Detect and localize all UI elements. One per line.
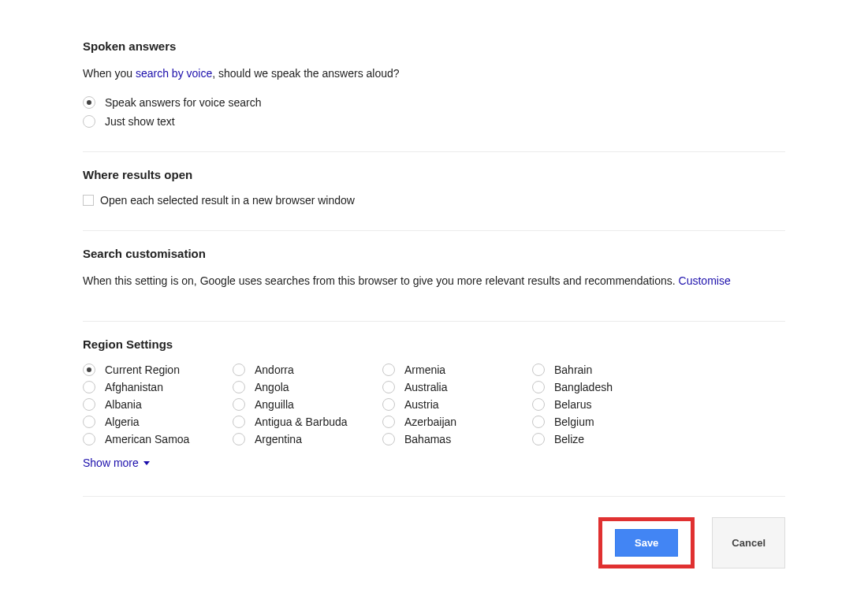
- region-label: Albania: [105, 398, 142, 411]
- region-option[interactable]: Austria: [382, 398, 532, 411]
- region-option[interactable]: Belarus: [532, 398, 682, 411]
- region-label: Belgium: [554, 416, 594, 428]
- region-label: Angola: [255, 381, 289, 393]
- desc-pre-text: When you: [83, 67, 136, 80]
- radio-icon: [83, 433, 95, 445]
- region-option[interactable]: Azerbaijan: [382, 416, 532, 428]
- region-label: Algeria: [105, 416, 140, 428]
- radio-icon: [233, 416, 245, 428]
- region-option[interactable]: Angola: [233, 381, 382, 393]
- search-by-voice-link[interactable]: search by voice: [136, 67, 212, 80]
- radio-icon: [532, 381, 545, 393]
- radio-label: Just show text: [105, 115, 175, 128]
- region-settings-title: Region Settings: [83, 330, 785, 351]
- spoken-answers-desc: When you search by voice, should we spea…: [83, 65, 785, 82]
- region-option[interactable]: Bahamas: [382, 433, 532, 445]
- checkbox-icon: [83, 195, 94, 206]
- radio-icon: [83, 381, 95, 393]
- region-option[interactable]: Andorra: [233, 363, 382, 376]
- show-more-link[interactable]: Show more: [83, 457, 150, 469]
- desc-post-text: , should we speak the answers aloud?: [212, 67, 399, 80]
- region-label: Current Region: [105, 363, 180, 376]
- region-option[interactable]: Belgium: [532, 416, 682, 428]
- caret-down-icon: [143, 461, 150, 465]
- save-button[interactable]: Save: [615, 529, 678, 557]
- radio-icon: [382, 363, 395, 376]
- radio-icon: [382, 398, 395, 411]
- customisation-desc-text: When this setting is on, Google uses sea…: [83, 274, 679, 287]
- region-option[interactable]: Albania: [83, 398, 233, 411]
- radio-icon: [233, 363, 245, 376]
- region-option[interactable]: Current Region: [83, 363, 233, 376]
- region-option[interactable]: Bangladesh: [532, 381, 682, 393]
- region-label: Bahamas: [404, 433, 451, 445]
- region-label: Austria: [404, 398, 439, 411]
- search-customisation-section: Search customisation When this setting i…: [83, 231, 785, 322]
- region-label: Andorra: [255, 363, 294, 376]
- region-label: Antigua & Barbuda: [255, 416, 348, 428]
- region-option[interactable]: Argentina: [233, 433, 382, 445]
- where-results-title: Where results open: [83, 160, 785, 181]
- radio-icon: [83, 363, 95, 376]
- region-label: Bangladesh: [554, 381, 613, 393]
- radio-speak-answers[interactable]: Speak answers for voice search: [83, 96, 785, 109]
- radio-just-text[interactable]: Just show text: [83, 115, 785, 128]
- spoken-answers-title: Spoken answers: [83, 32, 785, 53]
- radio-label: Speak answers for voice search: [105, 96, 261, 109]
- region-settings-section: Region Settings Current RegionAndorraArm…: [83, 322, 785, 491]
- save-highlight-box: Save: [598, 517, 695, 568]
- region-label: Armenia: [404, 363, 445, 376]
- where-results-section: Where results open Open each selected re…: [83, 152, 785, 231]
- region-label: Belize: [554, 433, 584, 445]
- region-label: Afghanistan: [105, 381, 163, 393]
- radio-icon: [532, 433, 545, 445]
- radio-icon: [83, 115, 95, 128]
- radio-icon: [233, 433, 245, 445]
- region-label: American Samoa: [105, 433, 189, 445]
- cancel-button[interactable]: Cancel: [712, 517, 785, 568]
- radio-icon: [382, 416, 395, 428]
- radio-icon: [233, 381, 245, 393]
- spoken-answers-section: Spoken answers When you search by voice,…: [83, 24, 785, 152]
- region-option[interactable]: American Samoa: [83, 433, 233, 445]
- region-option[interactable]: Anguilla: [233, 398, 382, 411]
- region-option[interactable]: Bahrain: [532, 363, 682, 376]
- open-new-window-checkbox[interactable]: Open each selected result in a new brows…: [83, 194, 785, 207]
- radio-icon: [382, 433, 395, 445]
- search-customisation-title: Search customisation: [83, 239, 785, 260]
- region-label: Bahrain: [554, 363, 592, 376]
- footer-buttons: Save Cancel: [83, 496, 785, 568]
- search-customisation-desc: When this setting is on, Google uses sea…: [83, 273, 785, 289]
- radio-icon: [532, 398, 545, 411]
- show-more-label: Show more: [83, 457, 139, 469]
- checkbox-label: Open each selected result in a new brows…: [100, 194, 355, 207]
- region-label: Anguilla: [255, 398, 294, 411]
- region-label: Azerbaijan: [404, 416, 456, 428]
- radio-icon: [83, 416, 95, 428]
- region-option[interactable]: Antigua & Barbuda: [233, 416, 382, 428]
- radio-icon: [382, 381, 395, 393]
- radio-icon: [83, 398, 95, 411]
- radio-icon: [532, 363, 545, 376]
- region-grid: Current RegionAndorraArmeniaBahrainAfgha…: [83, 363, 785, 445]
- region-option[interactable]: Australia: [382, 381, 532, 393]
- region-option[interactable]: Belize: [532, 433, 682, 445]
- customise-link[interactable]: Customise: [679, 274, 731, 287]
- region-label: Belarus: [554, 398, 591, 411]
- region-label: Argentina: [255, 433, 302, 445]
- radio-icon: [233, 398, 245, 411]
- region-option[interactable]: Algeria: [83, 416, 233, 428]
- region-option[interactable]: Afghanistan: [83, 381, 233, 393]
- radio-icon: [83, 96, 95, 109]
- region-label: Australia: [404, 381, 447, 393]
- region-option[interactable]: Armenia: [382, 363, 532, 376]
- radio-icon: [532, 416, 545, 428]
